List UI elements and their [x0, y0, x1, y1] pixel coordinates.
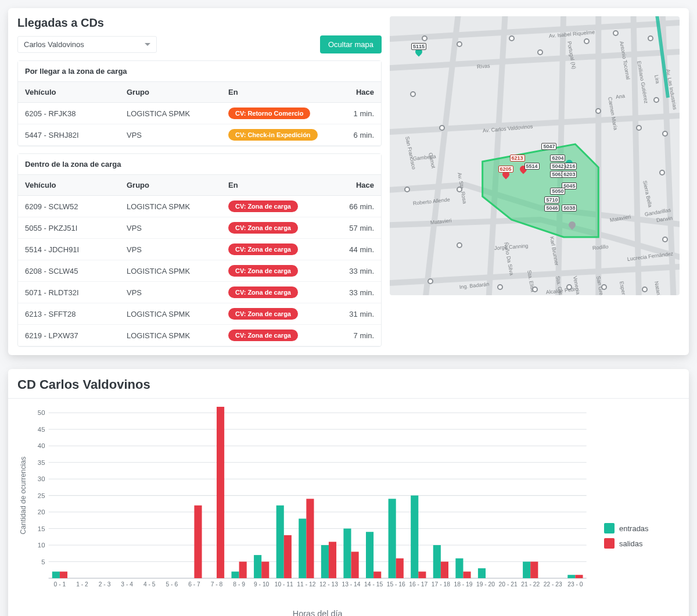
cell-grupo: VPS — [120, 282, 221, 303]
map[interactable]: Av. Isabel RiquelmeRivasAv. Carlos Valdo… — [390, 16, 680, 295]
cell-en: CV: Zona de carga — [221, 282, 330, 303]
cell-grupo: LOGISTICA SPMK — [120, 303, 221, 325]
cell-hace: 57 min. — [330, 217, 382, 239]
bar-salidas[interactable] — [217, 407, 224, 578]
cell-vehiculo: 6208 - SCLW45 — [18, 260, 120, 282]
bus-stop-icon — [648, 35, 653, 41]
bar-entradas[interactable] — [254, 555, 261, 578]
bar-entradas[interactable] — [321, 545, 329, 578]
th-grupo: Grupo — [120, 82, 221, 103]
table-row[interactable]: 5447 - SRHJ82IVPSCV: Check-in Expedición… — [18, 124, 381, 146]
vehicle-badge[interactable]: 5050 — [550, 188, 565, 195]
status-chip: CV: Check-in Expedición — [228, 129, 318, 141]
vehicle-badge[interactable]: 5115 — [411, 43, 426, 50]
cell-vehiculo: 6209 - SCLW52 — [18, 196, 120, 217]
bus-stop-icon — [659, 170, 665, 176]
svg-text:14 - 15: 14 - 15 — [364, 581, 383, 588]
bus-stop-icon — [584, 38, 590, 44]
th-hace: Hace — [330, 82, 382, 103]
cell-vehiculo: 6205 - RFJK38 — [18, 103, 120, 124]
bar-entradas[interactable] — [523, 561, 530, 578]
cell-hace: 7 min. — [330, 325, 382, 346]
bar-salidas[interactable] — [239, 561, 247, 578]
bar-salidas[interactable] — [306, 499, 314, 578]
legend: entradas salidas — [604, 407, 680, 553]
vehicle-badge[interactable]: 5710 — [544, 196, 559, 203]
legend-salidas: salidas — [604, 538, 680, 549]
chart-wrap: 51015202530354045500 - 11 - 22 - 33 - 44… — [17, 407, 680, 616]
bar-entradas[interactable] — [52, 572, 60, 578]
cell-vehiculo: 5055 - PKZJ51I — [18, 217, 120, 239]
svg-text:10: 10 — [38, 542, 45, 549]
bar-salidas[interactable] — [194, 506, 202, 578]
arriving-thead: Vehículo Grupo En Hace — [18, 82, 381, 103]
bar-salidas[interactable] — [261, 561, 269, 578]
bar-entradas[interactable] — [276, 506, 284, 578]
table-row[interactable]: 5514 - JDCH91IVPSCV: Zona de carga44 min… — [18, 239, 381, 260]
cell-vehiculo: 6213 - SFFT28 — [18, 303, 120, 325]
table-row[interactable]: 6209 - SCLW52LOGISTICA SPMKCV: Zona de c… — [18, 196, 381, 217]
status-chip: CV: Zona de carga — [228, 286, 298, 298]
bar-entradas[interactable] — [478, 568, 486, 578]
vehicle-badge[interactable]: 5047 — [541, 143, 556, 150]
bar-entradas[interactable] — [567, 575, 575, 578]
bar-salidas[interactable] — [60, 572, 67, 578]
vehicle-badge[interactable]: 6205 — [498, 166, 513, 173]
th-hace: Hace — [330, 175, 382, 196]
cd-select[interactable]: Carlos Valdovinos — [17, 36, 157, 53]
svg-text:5: 5 — [41, 558, 45, 565]
table-row[interactable]: 6205 - RFJK38LOGISTICA SPMKCV: Retorno C… — [18, 103, 381, 124]
bar-salidas[interactable] — [351, 551, 359, 578]
cell-vehiculo: 5514 - JDCH91I — [18, 239, 120, 260]
bus-stop-icon — [457, 242, 462, 248]
bar-entradas[interactable] — [299, 518, 306, 578]
bar-salidas[interactable] — [463, 572, 470, 578]
table-row[interactable]: 6219 - LPXW37LOGISTICA SPMKCV: Zona de c… — [18, 325, 381, 346]
svg-text:Horas del día: Horas del día — [293, 609, 343, 616]
vehicle-badge[interactable]: 5042 — [550, 163, 565, 170]
bar-entradas[interactable] — [343, 529, 351, 578]
bar-entradas[interactable] — [455, 558, 463, 578]
cell-hace: 31 min. — [330, 303, 382, 325]
cell-hace: 66 min. — [330, 196, 382, 217]
cd-select-value: Carlos Valdovinos — [24, 40, 84, 49]
svg-text:22 - 23: 22 - 23 — [544, 581, 562, 588]
bar-entradas[interactable] — [231, 572, 239, 578]
bar-salidas[interactable] — [373, 572, 381, 578]
bus-stop-icon — [636, 125, 642, 131]
cell-en: CV: Zona de carga — [221, 260, 330, 282]
cell-en: CV: Zona de carga — [221, 196, 330, 217]
bar-salidas[interactable] — [329, 542, 336, 578]
bar-entradas[interactable] — [433, 545, 441, 578]
bar-entradas[interactable] — [389, 499, 396, 578]
bar-entradas[interactable] — [411, 496, 418, 578]
bar-salidas[interactable] — [530, 561, 538, 578]
cell-grupo: VPS — [120, 239, 221, 260]
vehicle-badge[interactable]: 6204 — [550, 155, 565, 162]
table-row[interactable]: 5055 - PKZJ51IVPSCV: Zona de carga57 min… — [18, 217, 381, 239]
cell-en: CV: Check-in Expedición — [221, 124, 330, 146]
hide-map-button[interactable]: Ocultar mapa — [320, 35, 382, 53]
svg-text:13 - 14: 13 - 14 — [342, 581, 361, 588]
table-row[interactable]: 6208 - SCLW45LOGISTICA SPMKCV: Zona de c… — [18, 260, 381, 282]
status-chip: CV: Zona de carga — [228, 222, 298, 234]
vehicle-badge[interactable]: 6213 — [510, 155, 525, 162]
bar-salidas[interactable] — [441, 561, 448, 578]
legend-salidas-label: salidas — [619, 539, 642, 548]
bar-salidas[interactable] — [418, 572, 426, 578]
vehicle-badge[interactable]: 5514 — [524, 163, 539, 170]
cell-vehiculo: 5447 - SRHJ82I — [18, 124, 120, 146]
bar-chart: 51015202530354045500 - 11 - 22 - 33 - 44… — [17, 407, 592, 616]
bar-salidas[interactable] — [396, 558, 404, 578]
bus-stop-icon — [601, 284, 607, 290]
vehicle-badge[interactable]: 6203 — [562, 171, 577, 178]
vehicle-badge[interactable]: 5046 — [544, 205, 559, 212]
vehicle-badge[interactable]: 5038 — [562, 205, 577, 212]
bar-salidas[interactable] — [284, 535, 292, 578]
cell-grupo: LOGISTICA SPMK — [120, 325, 221, 346]
table-row[interactable]: 6213 - SFFT28LOGISTICA SPMKCV: Zona de c… — [18, 303, 381, 325]
svg-text:45: 45 — [38, 426, 45, 433]
bar-entradas[interactable] — [366, 532, 373, 578]
table-row[interactable]: 5071 - RLDT32IVPSCV: Zona de carga33 min… — [18, 282, 381, 303]
bar-salidas[interactable] — [575, 575, 583, 578]
